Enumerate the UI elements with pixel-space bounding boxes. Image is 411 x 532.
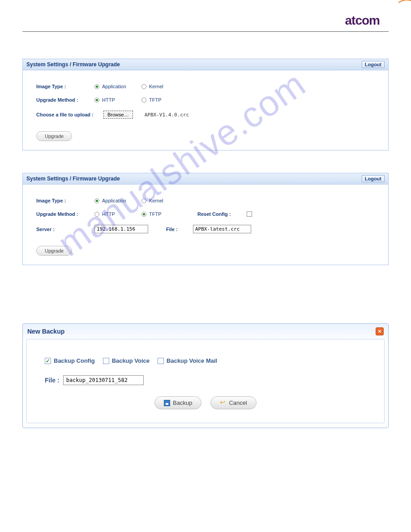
- reset-config-checkbox[interactable]: [247, 211, 252, 217]
- radio-application[interactable]: Application: [94, 84, 133, 89]
- backup-button[interactable]: Backup: [154, 396, 201, 409]
- save-icon: [164, 400, 170, 406]
- backup-voice-checkbox[interactable]: [103, 358, 109, 364]
- radio-tftp[interactable]: TFTP: [141, 211, 180, 217]
- firmware-panel-http: System Settings / Firmware Upgrade Logou…: [22, 59, 389, 150]
- radio-http[interactable]: HTTP: [94, 97, 133, 103]
- backup-config-label: Backup Config: [54, 357, 95, 364]
- upgrade-method-label: Upgrade Method :: [36, 97, 86, 103]
- cancel-icon: [220, 400, 226, 406]
- browse-button[interactable]: Browse…: [103, 111, 133, 119]
- new-backup-dialog: New Backup × Backup Config Backup Voice …: [22, 323, 389, 428]
- server-label: Server :: [36, 227, 86, 232]
- upgrade-method-label: Upgrade Method :: [36, 211, 86, 217]
- radio-application[interactable]: Application: [94, 198, 133, 203]
- logout-button[interactable]: Logout: [362, 61, 385, 68]
- radio-icon: [94, 98, 99, 103]
- backup-voice-label: Backup Voice: [112, 357, 150, 364]
- radio-icon: [94, 84, 99, 89]
- panel-title: System Settings / Firmware Upgrade: [26, 176, 120, 182]
- dialog-header: New Backup ×: [23, 324, 388, 339]
- reset-config-label: Reset Config :: [197, 211, 238, 217]
- header-divider: [22, 31, 389, 32]
- panel-header: System Settings / Firmware Upgrade Logou…: [23, 173, 388, 184]
- radio-icon: [141, 98, 146, 103]
- upgrade-button[interactable]: Upgrade: [36, 131, 72, 141]
- radio-kernel[interactable]: Kernel: [141, 198, 180, 203]
- backup-button-label: Backup: [173, 399, 192, 406]
- radio-http[interactable]: HTTP: [94, 211, 133, 217]
- upgrade-button[interactable]: Upgrade: [36, 246, 72, 256]
- brand-text: atcom: [345, 13, 380, 28]
- logout-button[interactable]: Logout: [362, 175, 385, 182]
- selected-filename: APBX-V1.4.0.crc: [145, 112, 189, 118]
- radio-icon: [94, 198, 99, 203]
- brand-logo: atcom: [22, 13, 389, 28]
- radio-icon: [141, 212, 146, 217]
- radio-icon: [94, 212, 99, 217]
- backup-config-checkbox[interactable]: [45, 358, 51, 364]
- firmware-panel-tftp: System Settings / Firmware Upgrade Logou…: [22, 173, 389, 265]
- backup-voicemail-label: Backup Voice Mail: [167, 357, 217, 364]
- backup-file-label: File :: [45, 377, 60, 384]
- radio-icon: [141, 198, 146, 203]
- close-icon[interactable]: ×: [376, 327, 384, 335]
- file-input[interactable]: [193, 225, 251, 233]
- panel-header: System Settings / Firmware Upgrade Logou…: [23, 59, 388, 70]
- logo-swoosh-icon: [398, 0, 411, 4]
- backup-file-input[interactable]: [63, 375, 144, 385]
- file-label: File :: [166, 227, 184, 232]
- server-input[interactable]: [94, 225, 148, 233]
- cancel-button[interactable]: Cancel: [210, 396, 256, 409]
- backup-voicemail-checkbox[interactable]: [158, 358, 164, 364]
- radio-tftp[interactable]: TFTP: [141, 97, 180, 103]
- radio-icon: [141, 84, 146, 89]
- image-type-label: Image Type :: [36, 198, 86, 203]
- dialog-title: New Backup: [27, 328, 64, 335]
- panel-title: System Settings / Firmware Upgrade: [26, 61, 120, 68]
- choose-file-label: Choose a file to upload :: [36, 112, 94, 117]
- radio-kernel[interactable]: Kernel: [141, 84, 180, 89]
- image-type-label: Image Type :: [36, 84, 86, 89]
- cancel-button-label: Cancel: [229, 399, 247, 406]
